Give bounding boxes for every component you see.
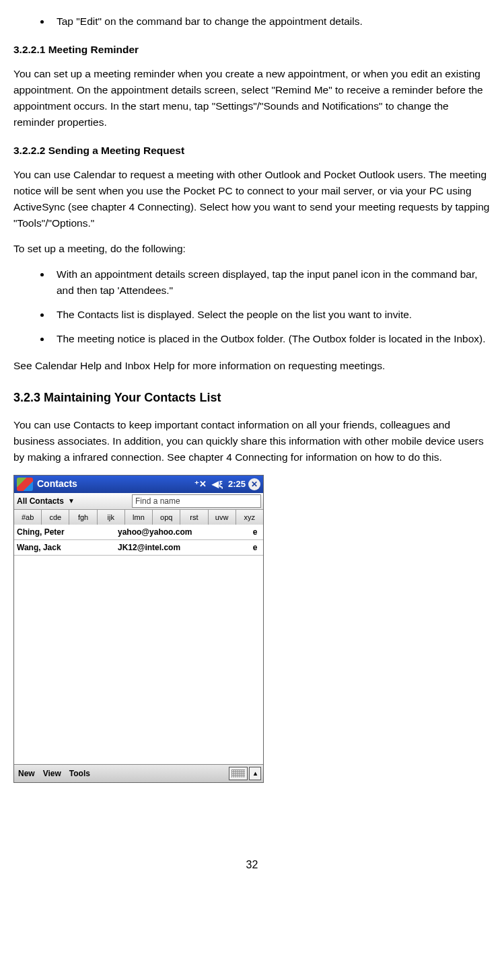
chevron-down-icon: ▼ — [68, 496, 75, 506]
contact-email: yahoo@yahoo.com — [118, 526, 247, 539]
category-label: All Contacts — [17, 495, 64, 508]
alpha-index: #ab cde fgh ijk lmn opq rst uvw xyz — [14, 510, 263, 525]
menu-view[interactable]: View — [43, 767, 61, 780]
app-title: Contacts — [36, 477, 192, 492]
sip-up-button[interactable]: ▴ — [249, 767, 261, 780]
index-tab[interactable]: fgh — [69, 510, 97, 525]
contact-name: Wang, Jack — [14, 541, 118, 554]
index-tab[interactable]: #ab — [14, 510, 42, 525]
index-tab[interactable]: uvw — [209, 510, 236, 525]
page-number: 32 — [13, 796, 491, 874]
index-tab[interactable]: opq — [153, 510, 180, 525]
index-tab[interactable]: lmn — [125, 510, 153, 525]
volume-icon[interactable]: ◀ξ — [212, 478, 223, 491]
contact-row[interactable]: Ching, Peter yahoo@yahoo.com e — [14, 525, 263, 540]
para-request: You can use Calendar to request a meetin… — [13, 167, 491, 231]
index-tab[interactable]: xyz — [236, 510, 263, 525]
contact-tag: e — [247, 541, 263, 554]
heading-3-2-3: 3.2.3 Maintaining Your Contacts List — [13, 389, 491, 408]
clock-time[interactable]: 2:25 — [228, 478, 246, 491]
para-reminder: You can set up a meeting reminder when y… — [13, 66, 491, 130]
find-name-input[interactable]: Find a name — [132, 494, 261, 508]
category-selector[interactable]: All Contacts ▼ — [14, 493, 130, 509]
title-bar: Contacts ⁺✕ ◀ξ 2:25 ✕ — [14, 476, 263, 493]
contacts-empty-area — [14, 556, 263, 764]
para-see-help: See Calendar Help and Inbox Help for mor… — [13, 358, 491, 374]
contact-tag: e — [247, 526, 263, 539]
para-setup-intro: To set up a meeting, do the following: — [13, 241, 491, 257]
contacts-screenshot: Contacts ⁺✕ ◀ξ 2:25 ✕ All Contacts ▼ Fin… — [13, 475, 264, 783]
menu-new[interactable]: New — [18, 767, 35, 780]
bullet-contacts-list: The Contacts list is displayed. Select t… — [51, 307, 491, 323]
contact-name: Ching, Peter — [14, 526, 118, 539]
sip-keyboard-icon[interactable] — [229, 767, 248, 780]
heading-3-2-2-2: 3.2.2.2 Sending a Meeting Request — [13, 143, 491, 159]
index-tab[interactable]: ijk — [98, 510, 125, 525]
close-button[interactable]: ✕ — [248, 478, 260, 490]
bullet-edit: Tap "Edit" on the command bar to change … — [51, 13, 491, 30]
index-tab[interactable]: cde — [42, 510, 69, 525]
bullet-attendees: With an appointment details screen displ… — [51, 266, 491, 299]
contact-row[interactable]: Wang, Jack JK12@intel.com e — [14, 540, 263, 556]
bullet-outbox: The meeting notice is placed in the Outb… — [51, 331, 491, 347]
para-contacts: You can use Contacts to keep important c… — [13, 417, 491, 465]
menu-tools[interactable]: Tools — [69, 767, 90, 780]
start-flag-icon[interactable] — [17, 478, 33, 491]
contact-email: JK12@intel.com — [118, 541, 247, 554]
index-tab[interactable]: rst — [180, 510, 208, 525]
heading-3-2-2-1: 3.2.2.1 Meeting Reminder — [13, 42, 491, 58]
command-bar: New View Tools ▴ — [14, 764, 263, 782]
connectivity-icon[interactable]: ⁺✕ — [194, 478, 207, 491]
